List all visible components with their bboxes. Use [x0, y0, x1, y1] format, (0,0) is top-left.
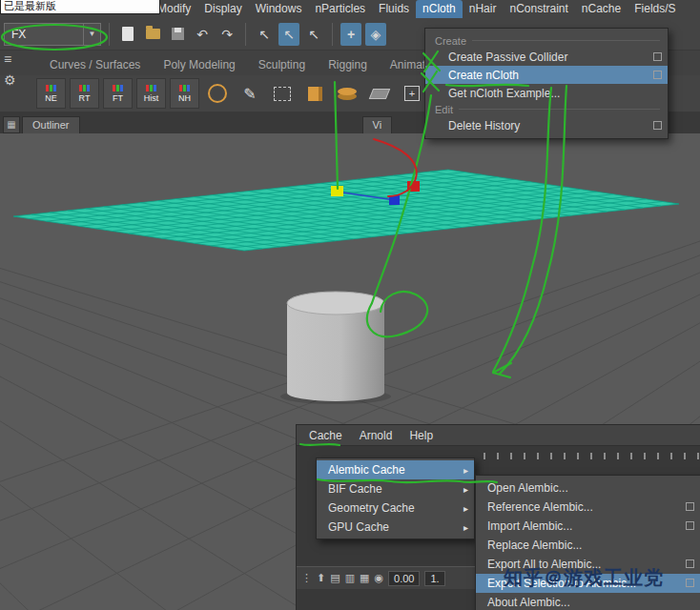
shelf-menu-icon[interactable]: ≡ — [4, 52, 11, 66]
menu-item-fields[interactable]: Fields/S — [628, 0, 682, 18]
chevron-down-icon[interactable]: ▼ — [83, 24, 100, 45]
menu-item-ncloth[interactable]: nCloth — [416, 0, 463, 18]
option-box-icon[interactable] — [686, 521, 694, 530]
up-arrow-icon[interactable]: ⬆ — [317, 572, 325, 584]
option-box-icon[interactable] — [686, 502, 694, 511]
option-box-icon[interactable] — [653, 71, 662, 79]
gear-icon[interactable]: ⚙ — [4, 73, 16, 87]
menu-item-fluids[interactable]: Fluids — [372, 0, 416, 18]
cube-icon — [308, 87, 322, 101]
move-arrows-icon: + — [347, 27, 355, 42]
checker-icon[interactable]: ▦ — [360, 572, 369, 584]
menu-item-cache[interactable]: Cache — [300, 425, 351, 446]
menu-item-nconstraint[interactable]: nConstraint — [503, 0, 574, 18]
option-box-icon[interactable] — [653, 121, 662, 130]
snap-icon: ◈ — [371, 27, 381, 42]
menu-item-display[interactable]: Display — [197, 0, 248, 18]
redo-button[interactable]: ↷ — [216, 23, 237, 46]
shelf-button-nh[interactable]: NH — [170, 78, 199, 109]
shelf-plane-button[interactable] — [365, 79, 394, 108]
menu-set-selector[interactable]: FX ▼ — [4, 23, 101, 46]
cylinder-object[interactable] — [287, 292, 384, 401]
shelf-disc-button[interactable] — [333, 79, 361, 108]
new-file-icon — [122, 27, 134, 41]
menu-item-help[interactable]: Help — [401, 425, 442, 446]
menu-item-windows[interactable]: Windows — [249, 0, 309, 18]
menu-set-value: FX — [5, 24, 83, 45]
clipboard-icon[interactable]: ▤ — [330, 572, 340, 584]
shelf-button-ne[interactable]: NE — [36, 78, 66, 109]
menu-item-label: Get nCloth Example... — [448, 87, 560, 100]
submenu-arrow-icon: ▸ — [463, 465, 468, 476]
save-scene-button[interactable] — [167, 23, 188, 46]
paint-select-button[interactable]: ↖ — [303, 23, 324, 46]
option-box-icon[interactable] — [686, 559, 694, 568]
menu-item-label: Replace Alembic... — [487, 539, 582, 552]
menu-item-ncache[interactable]: nCache — [575, 0, 628, 18]
frame-field[interactable]: 1. — [424, 571, 444, 586]
shelf-button-hist[interactable]: Hist — [136, 78, 166, 109]
lasso-select-button[interactable]: ↖ — [278, 23, 299, 46]
shelf-tab-poly-modeling[interactable]: Poly Modeling — [152, 54, 246, 75]
shelf-tab-sculpting[interactable]: Sculpting — [247, 54, 317, 75]
cache-window-statusbar: ⋮ ⬆ ▤ ▥ ▦ ◉ 0.00 1. — [297, 566, 478, 589]
menu-item-create-passive-collider[interactable]: Create Passive Collider — [425, 48, 668, 66]
shelf-nurbs-sphere-button[interactable] — [203, 79, 232, 108]
menu-item-import-alembic[interactable]: Import Alembic... — [476, 517, 700, 536]
new-scene-button[interactable] — [117, 23, 138, 46]
axis-icon — [79, 85, 90, 92]
select-tool-button[interactable]: ↖ — [254, 23, 275, 46]
outliner-tab[interactable]: Outliner — [22, 116, 80, 133]
menu-item-gpu-cache[interactable]: GPU Cache ▸ — [317, 518, 474, 537]
menu-item-delete-history[interactable]: Delete History — [425, 116, 668, 134]
menu-item-about-alembic[interactable]: About Alembic... — [476, 593, 700, 610]
toolbar-divider — [332, 23, 333, 46]
shelf-button-label: NE — [45, 93, 57, 103]
manipulator-z-handle[interactable] — [389, 195, 400, 205]
shelf-cube-button[interactable] — [300, 79, 329, 108]
menu-item-get-ncloth-example[interactable]: Get nCloth Example... — [425, 84, 668, 102]
shelf-lattice-button[interactable] — [268, 79, 297, 108]
menu-item-geometry-cache[interactable]: Geometry Cache ▸ — [317, 498, 474, 518]
option-box-icon[interactable] — [653, 52, 662, 61]
ncloth-plane[interactable] — [13, 170, 679, 251]
shelf-sculpt-pen-button[interactable]: ✎ — [236, 79, 264, 108]
menu-item-open-alembic[interactable]: Open Alembic... — [476, 478, 700, 498]
menu-item-create-ncloth[interactable]: Create nCloth — [425, 66, 668, 84]
menu-item-alembic-cache[interactable]: Alembic Cache ▸ — [317, 460, 474, 479]
menu-item-label: GPU Cache — [328, 520, 389, 534]
menu-item-nparticles[interactable]: nParticles — [308, 0, 372, 18]
menu-item-nhair[interactable]: nHair — [463, 0, 504, 18]
shelf-create-button[interactable]: + — [398, 79, 426, 108]
menu-item-arnold[interactable]: Arnold — [351, 425, 401, 446]
toolbar-divider — [245, 23, 246, 46]
submenu-arrow-icon: ▸ — [463, 484, 468, 495]
open-scene-button[interactable] — [142, 23, 163, 46]
menu-item-replace-alembic[interactable]: Replace Alembic... — [476, 536, 700, 555]
clipboard-grid-icon[interactable]: ▥ — [345, 572, 355, 584]
axis-icon — [113, 85, 123, 92]
manipulator-center-handle[interactable] — [331, 186, 343, 196]
submenu-arrow-icon: ▸ — [463, 503, 468, 514]
time-field[interactable]: 0.00 — [388, 571, 420, 586]
lattice-icon — [274, 87, 291, 101]
globe-icon[interactable]: ◉ — [374, 572, 383, 584]
axis-icon — [146, 85, 156, 92]
move-tool-button[interactable]: + — [340, 23, 361, 46]
menu-item-bif-cache[interactable]: BIF Cache ▸ — [317, 479, 474, 498]
shelf-tab-rigging[interactable]: Rigging — [317, 54, 379, 75]
shelf-button-ft[interactable]: FT — [103, 78, 133, 109]
menu-item-reference-alembic[interactable]: Reference Alembic... — [476, 498, 700, 517]
viewport-tab[interactable]: Vi — [362, 116, 393, 133]
undo-button[interactable]: ↶ — [192, 23, 213, 46]
menu-item-label: Delete History — [448, 119, 520, 132]
menu-item-label: Reference Alembic... — [487, 500, 593, 514]
maya-application-window: Modify Display Windows nParticles Fluids… — [0, 0, 700, 610]
option-box-icon[interactable] — [686, 579, 694, 587]
menu-item-label: Create Passive Collider — [448, 51, 567, 64]
snap-tool-button[interactable]: ◈ — [365, 23, 386, 46]
manipulator-x-handle[interactable] — [407, 181, 420, 192]
shelf-tab-curves-surfaces[interactable]: Curves / Surfaces — [38, 54, 152, 75]
panel-layout-icon[interactable]: ▦ — [3, 116, 20, 133]
shelf-button-rt[interactable]: RT — [70, 78, 99, 109]
